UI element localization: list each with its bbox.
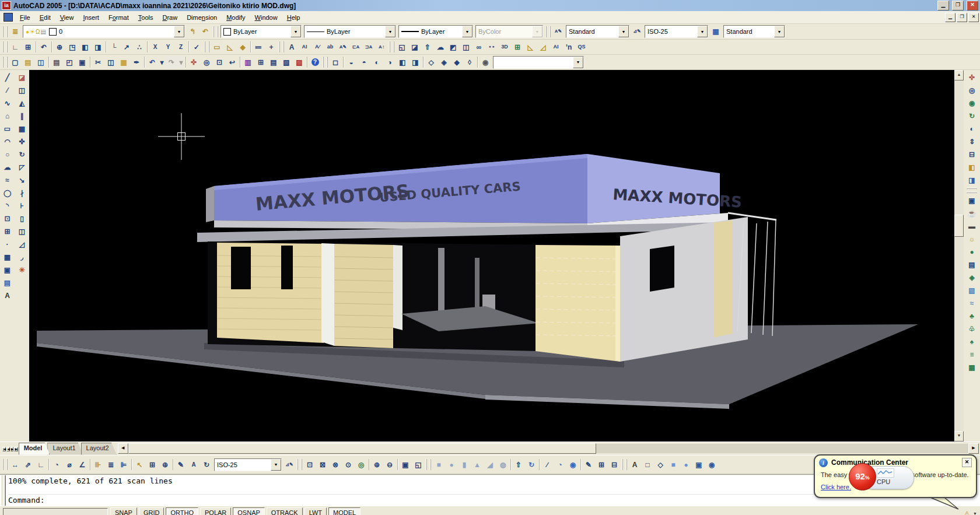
lights-icon[interactable]: ☼ (965, 233, 978, 246)
landscape-new-icon[interactable]: ♣ (965, 310, 978, 323)
move-icon[interactable]: ✜ (16, 135, 29, 148)
trim-icon[interactable]: ∤ (16, 187, 29, 199)
arc-icon[interactable]: ◠ (1, 135, 14, 148)
left-view-icon[interactable]: ◐ (370, 56, 383, 68)
landscape-library-icon[interactable]: ♠ (965, 335, 978, 348)
communication-center-tray-icon[interactable]: ⚠ (962, 509, 972, 515)
hatch-icon[interactable]: ▦ (1, 251, 14, 264)
3d-icon[interactable]: 3D (498, 41, 511, 53)
se-isometric-icon[interactable]: ◈ (438, 56, 450, 68)
zoom-extents-icon[interactable]: ◱ (412, 458, 425, 471)
click-here-link[interactable]: Click here. (821, 484, 851, 491)
doc-minimize-button[interactable]: ▁ (945, 13, 956, 22)
quick-leader-icon[interactable]: ↖ (133, 458, 146, 471)
interfere-icon[interactable]: ∞ (473, 41, 485, 53)
3d-swivel-icon[interactable]: ◐ (965, 122, 978, 135)
menu-window[interactable]: Window (250, 12, 282, 23)
offset-icon[interactable]: ∥ (16, 110, 29, 122)
document-icon[interactable] (4, 13, 13, 22)
torus-icon[interactable]: ◍ (496, 458, 509, 471)
markup-set-manager-icon[interactable]: ▨ (293, 56, 306, 68)
zoom-center-icon[interactable]: ⊙ (342, 458, 355, 471)
color-combo[interactable]: ByLayer ▼ (220, 25, 302, 38)
section-plane-icon[interactable]: ◔ (554, 458, 566, 471)
toggle-ortho[interactable]: ORTHO (166, 507, 198, 515)
make-object-layer-current-icon[interactable]: ↰ (186, 26, 199, 38)
zaxis-vector-ucs-icon[interactable]: ↗ (120, 41, 133, 53)
3d-adjust-distance-icon[interactable]: ⇕ (965, 135, 978, 148)
zoom-out-icon[interactable]: ⊖ (383, 458, 396, 471)
dim-style-combo-2-arrow-icon[interactable]: ▼ (271, 459, 281, 471)
table-style-combo-arrow-icon[interactable]: ▼ (774, 26, 785, 37)
circle-icon[interactable]: ○ (1, 148, 14, 161)
object-ucs-icon[interactable]: ◳ (66, 41, 79, 53)
color-combo-arrow-icon[interactable]: ▼ (290, 26, 301, 37)
3d-pan-icon[interactable]: ✜ (965, 71, 978, 84)
sphere-icon[interactable]: ● (445, 458, 458, 471)
erase-icon[interactable]: ◪ (16, 71, 29, 84)
menu-draw[interactable]: Draw (158, 12, 182, 23)
linear-dimension-icon[interactable]: ↔ (9, 458, 22, 471)
zoom-dynamic-icon[interactable]: ⊠ (316, 458, 329, 471)
match-properties-icon[interactable]: ✒ (130, 56, 143, 68)
spline-icon[interactable]: ≈ (1, 174, 14, 187)
revision-cloud-icon[interactable]: ☁ (1, 161, 14, 174)
copy-icon[interactable]: ◫ (104, 56, 117, 68)
list-icon[interactable]: ≔ (252, 41, 265, 53)
ucs-z-icon[interactable]: Z (174, 41, 187, 53)
paste-icon[interactable]: ▦ (117, 56, 130, 68)
scale-text-icon[interactable]: ⊏A (349, 41, 362, 53)
open-icon[interactable]: ▤ (22, 56, 34, 68)
named-view-combo-arrow-icon[interactable]: ▼ (573, 57, 583, 68)
vertical-scroll-thumb[interactable] (954, 215, 964, 237)
menu-view[interactable]: View (55, 12, 79, 23)
dimension-update-icon[interactable]: ↻ (200, 458, 213, 471)
dim-style-manager-icon[interactable]: ⊿✎ (631, 26, 643, 38)
first-tab-button[interactable]: |◀ (2, 447, 6, 451)
prev-tab-button[interactable]: ◀ (6, 447, 10, 451)
scroll-up-icon[interactable]: ▲ (954, 70, 964, 80)
mass-properties-icon[interactable]: ◆ (236, 41, 249, 53)
ucs-icon[interactable]: ∟ (9, 41, 22, 53)
toggle-grid[interactable]: GRID (139, 507, 164, 515)
ne-isometric-icon[interactable]: ◆ (450, 56, 463, 68)
layer-properties-manager-icon[interactable]: ≣ (9, 26, 22, 38)
toggle-model[interactable]: MODEL (328, 507, 360, 515)
drawing-canvas[interactable]: MAXX MOTORS USED QUALITY CARS MAXX MOTOR… (29, 70, 954, 442)
designcenter-icon[interactable]: ⊞ (254, 56, 267, 68)
world-ucs-icon[interactable]: ⊕ (53, 41, 66, 53)
sw-isometric-icon[interactable]: ◇ (425, 56, 438, 68)
stretch-icon[interactable]: ↘ (16, 174, 29, 187)
edit-text-icon[interactable]: A⁄ (311, 41, 324, 53)
balloon-close-icon[interactable]: ✕ (962, 458, 972, 467)
ucs-y-icon[interactable]: Y (162, 41, 174, 53)
undo-list-arrow-icon[interactable]: ▾ (159, 56, 165, 68)
tab-model[interactable]: Model (19, 443, 50, 455)
radius-dimension-icon[interactable]: ◔ (50, 458, 63, 471)
wedge-icon[interactable]: ◢ (484, 458, 496, 471)
toggle-osnap[interactable]: OSNAP (233, 507, 265, 515)
tolerance-icon[interactable]: ⊞ (146, 458, 159, 471)
locate-point-icon[interactable]: + (265, 41, 278, 53)
text-style-combo[interactable]: Standard ▼ (566, 25, 629, 38)
volume-measure-icon[interactable]: ◿ (537, 41, 550, 53)
subtract-icon[interactable]: ◩ (447, 41, 460, 53)
region-icon[interactable]: ▣ (1, 264, 14, 276)
justify-text-icon[interactable]: ⊐A (362, 41, 375, 53)
back-view-icon[interactable]: ◨ (409, 56, 422, 68)
right-view-icon[interactable]: ◑ (383, 56, 396, 68)
table-style-manager-icon[interactable]: ▦ (709, 26, 722, 38)
autocad-app-icon[interactable]: ia (2, 1, 11, 10)
properties-palette-icon[interactable]: ▥ (242, 56, 254, 68)
zoom-realtime-icon[interactable]: ◎ (200, 56, 213, 68)
distance-icon[interactable]: ▭ (211, 41, 223, 53)
intersect-icon[interactable]: ◫ (460, 41, 473, 53)
zoom-all-icon[interactable]: ▣ (399, 458, 412, 471)
array-icon[interactable]: ▦ (16, 122, 29, 135)
cut-icon[interactable]: ✂ (92, 56, 104, 68)
polyline-icon[interactable]: ∿ (1, 97, 14, 110)
tool-palettes-icon[interactable]: ▤ (267, 56, 280, 68)
dimension-edit-icon[interactable]: ✎ (174, 458, 187, 471)
gouraud-shaded-edges-on-icon[interactable]: ◉ (705, 458, 718, 471)
find-replace-icon[interactable]: ab (324, 41, 337, 53)
